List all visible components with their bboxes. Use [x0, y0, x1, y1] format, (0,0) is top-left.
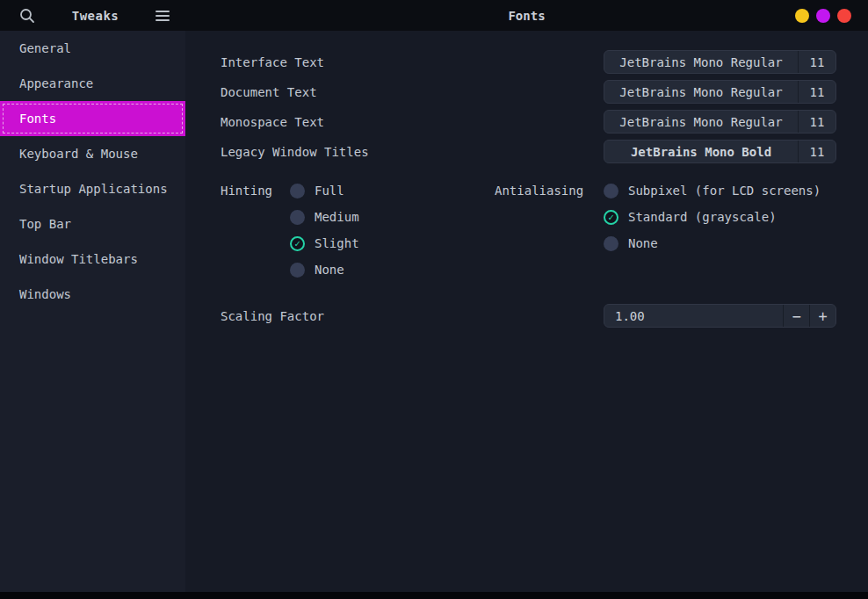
titlebar-left-section: Tweaks — [0, 0, 185, 31]
radio-checked-icon[interactable]: ✓ — [604, 210, 618, 225]
option-label: Subpixel (for LCD screens) — [628, 184, 821, 198]
antialiasing-option-standard[interactable]: ✓ Standard (grayscale) — [604, 204, 821, 230]
scaling-factor-value[interactable]: 1.00 — [604, 305, 783, 327]
antialiasing-options: ✓ Subpixel (for LCD screens) ✓ Standard … — [604, 177, 821, 256]
titlebar: Tweaks Fonts — [0, 0, 868, 31]
font-name-value: JetBrains Mono Regular — [604, 81, 798, 103]
font-name-value: JetBrains Mono Regular — [604, 51, 798, 73]
hinting-label: Hinting — [221, 177, 290, 283]
legacy-window-titles-label: Legacy Window Titles — [221, 145, 369, 159]
search-icon — [19, 8, 35, 24]
antialiasing-option-none[interactable]: ✓ None — [604, 230, 821, 256]
interface-text-font-button[interactable]: JetBrains Mono Regular 11 — [604, 50, 836, 74]
search-button[interactable] — [19, 8, 35, 24]
document-text-label: Document Text — [221, 85, 317, 99]
radio-checked-icon[interactable]: ✓ — [290, 236, 305, 251]
increase-scaling-button[interactable]: + — [810, 305, 835, 327]
hinting-option-slight[interactable]: ✓ Slight — [290, 230, 359, 256]
antialiasing-option-subpixel[interactable]: ✓ Subpixel (for LCD screens) — [604, 177, 821, 204]
decrease-scaling-button[interactable]: − — [784, 305, 809, 327]
sidebar-item-appearance[interactable]: Appearance — [0, 66, 185, 101]
app-title: Tweaks — [72, 9, 119, 23]
option-label: Slight — [315, 236, 359, 250]
sidebar-item-top-bar[interactable]: Top Bar — [0, 206, 185, 242]
sidebar-item-window-titlebars[interactable]: Window Titlebars — [0, 242, 185, 277]
sidebar-item-general[interactable]: General — [0, 31, 185, 66]
hinting-options: ✓ Full ✓ Medium ✓ Slight ✓ None — [290, 177, 359, 283]
option-label: Medium — [315, 210, 359, 224]
sidebar-item-startup-applications[interactable]: Startup Applications — [0, 171, 185, 206]
sidebar-item-fonts[interactable]: Fonts — [0, 101, 185, 136]
legacy-window-titles-font-button[interactable]: JetBrains Mono Bold 11 — [604, 140, 836, 163]
window-controls — [795, 0, 851, 31]
scaling-factor-row: Scaling Factor 1.00 − + — [221, 304, 836, 328]
primary-menu-button[interactable] — [156, 11, 170, 21]
scaling-factor-spinbox: 1.00 − + — [604, 304, 836, 328]
legacy-window-titles-row: Legacy Window Titles JetBrains Mono Bold… — [221, 140, 836, 163]
scaling-factor-label: Scaling Factor — [221, 309, 324, 323]
fonts-page: Interface Text JetBrains Mono Regular 11… — [185, 31, 868, 592]
font-size-value: 11 — [799, 51, 835, 73]
radio-icon[interactable]: ✓ — [290, 210, 305, 225]
option-label: Standard (grayscale) — [628, 210, 777, 224]
hinting-option-none[interactable]: ✓ None — [290, 256, 359, 283]
radio-icon[interactable]: ✓ — [604, 236, 618, 251]
hinting-option-full[interactable]: ✓ Full — [290, 177, 359, 204]
close-button[interactable] — [837, 9, 851, 23]
antialiasing-label: Antialiasing — [495, 177, 604, 256]
check-icon: ✓ — [294, 239, 300, 249]
sidebar-item-windows[interactable]: Windows — [0, 277, 185, 312]
sidebar-item-keyboard-mouse[interactable]: Keyboard & Mouse — [0, 136, 185, 171]
page-title: Fonts — [185, 0, 868, 31]
tweaks-window: Tweaks Fonts General Appearance Fonts Ke… — [0, 0, 868, 592]
radio-icon[interactable]: ✓ — [604, 184, 618, 198]
font-size-value: 11 — [799, 141, 835, 162]
document-text-font-button[interactable]: JetBrains Mono Regular 11 — [604, 80, 836, 104]
document-text-row: Document Text JetBrains Mono Regular 11 — [221, 80, 836, 104]
interface-text-label: Interface Text — [221, 55, 324, 69]
monospace-text-font-button[interactable]: JetBrains Mono Regular 11 — [604, 110, 836, 134]
sidebar: General Appearance Fonts Keyboard & Mous… — [0, 31, 185, 592]
interface-text-row: Interface Text JetBrains Mono Regular 11 — [221, 50, 836, 74]
radio-icon[interactable]: ✓ — [290, 263, 305, 278]
option-label: None — [315, 263, 344, 277]
maximize-button[interactable] — [816, 9, 830, 23]
monospace-text-label: Monospace Text — [221, 115, 324, 129]
font-size-value: 11 — [799, 81, 835, 103]
antialiasing-group: Antialiasing ✓ Subpixel (for LCD screens… — [495, 177, 821, 256]
hinting-group: Hinting ✓ Full ✓ Medium ✓ Slight ✓ None — [221, 177, 359, 283]
check-icon: ✓ — [608, 213, 614, 222]
option-label: None — [628, 236, 658, 250]
radio-icon[interactable]: ✓ — [290, 184, 305, 198]
font-name-value: JetBrains Mono Bold — [604, 141, 798, 162]
option-label: Full — [315, 184, 344, 198]
font-name-value: JetBrains Mono Regular — [604, 111, 798, 133]
minimize-button[interactable] — [795, 9, 809, 23]
hamburger-icon — [156, 11, 170, 21]
hinting-option-medium[interactable]: ✓ Medium — [290, 204, 359, 230]
monospace-text-row: Monospace Text JetBrains Mono Regular 11 — [221, 110, 836, 134]
font-settings-rows: Interface Text JetBrains Mono Regular 11… — [221, 50, 836, 170]
font-size-value: 11 — [799, 111, 835, 133]
